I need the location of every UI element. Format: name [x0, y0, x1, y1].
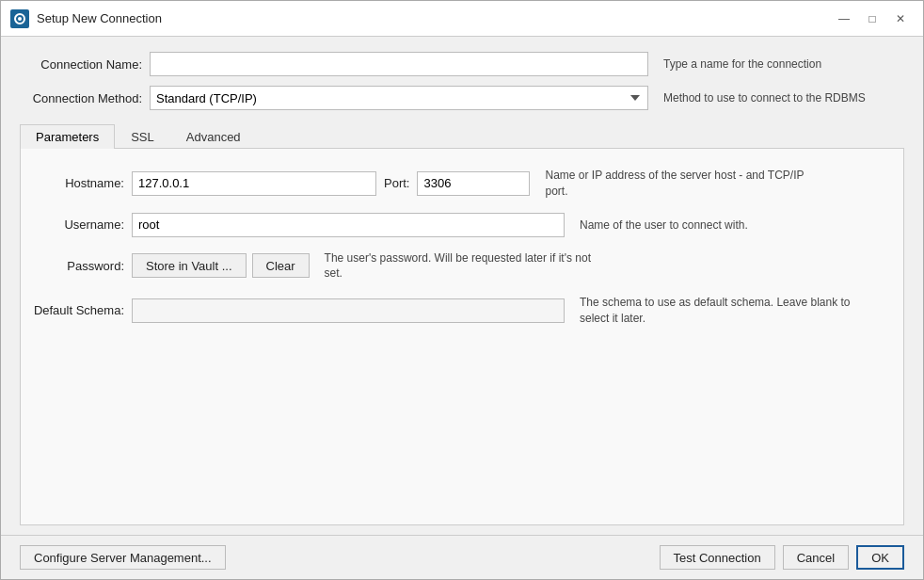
connection-name-hint: Type a name for the connection [663, 57, 821, 71]
hostname-hint: Name or IP address of the server host - … [545, 168, 827, 200]
connection-name-row: Connection Name: Type a name for the con… [20, 52, 904, 76]
username-row: Username: Name of the user to connect wi… [30, 213, 884, 237]
title-bar: Setup New Connection — □ ✕ [1, 1, 923, 37]
username-input[interactable] [132, 213, 565, 237]
connection-method-row: Connection Method: Standard (TCP/IP) Loc… [20, 86, 904, 110]
maximize-button[interactable]: □ [859, 8, 885, 29]
password-label: Password: [30, 259, 124, 273]
username-label: Username: [30, 218, 124, 232]
test-connection-button[interactable]: Test Connection [660, 545, 775, 570]
svg-point-2 [18, 17, 22, 21]
default-schema-hint: The schema to use as default schema. Lea… [580, 295, 862, 327]
ok-button[interactable]: OK [856, 545, 904, 570]
footer-right: Test Connection Cancel OK [660, 545, 905, 570]
dialog-body: Connection Name: Type a name for the con… [1, 37, 923, 535]
password-hint: The user's password. Will be requested l… [325, 250, 607, 282]
host-port-group: Port: [132, 171, 530, 196]
tab-advanced[interactable]: Advanced [170, 124, 257, 149]
hostname-label: Hostname: [30, 176, 124, 190]
dialog-title: Setup New Connection [37, 11, 831, 25]
password-controls: Store in Vault ... Clear [132, 253, 310, 278]
connection-method-select[interactable]: Standard (TCP/IP) Local Socket/Pipe Stan… [150, 86, 648, 110]
window-controls: — □ ✕ [831, 8, 914, 29]
dialog-footer: Configure Server Management... Test Conn… [1, 535, 923, 579]
default-schema-input[interactable] [132, 298, 565, 323]
minimize-button[interactable]: — [831, 8, 857, 29]
default-schema-label: Default Schema: [30, 303, 124, 317]
footer-left: Configure Server Management... [20, 545, 652, 570]
port-input[interactable] [417, 171, 530, 196]
tab-ssl[interactable]: SSL [115, 124, 170, 149]
connection-name-input[interactable] [150, 52, 648, 76]
username-hint: Name of the user to connect with. [580, 218, 748, 232]
tab-content-parameters: Hostname: Port: Name or IP address of th… [20, 149, 904, 525]
hostname-input[interactable] [132, 171, 376, 196]
configure-server-management-button[interactable]: Configure Server Management... [20, 545, 226, 570]
tab-parameters[interactable]: Parameters [20, 124, 115, 149]
dialog-window: Setup New Connection — □ ✕ Connection Na… [0, 0, 924, 580]
port-label: Port: [384, 176, 409, 190]
password-row: Password: Store in Vault ... Clear The u… [30, 250, 884, 282]
store-in-vault-button[interactable]: Store in Vault ... [132, 253, 247, 278]
connection-method-label: Connection Method: [20, 91, 142, 105]
connection-name-label: Connection Name: [20, 57, 142, 72]
cancel-button[interactable]: Cancel [783, 545, 849, 570]
clear-password-button[interactable]: Clear [252, 253, 310, 278]
hostname-row: Hostname: Port: Name or IP address of th… [30, 168, 884, 200]
connection-method-hint: Method to use to connect to the RDBMS [663, 91, 866, 105]
close-button[interactable]: ✕ [887, 8, 914, 29]
tab-bar: Parameters SSL Advanced [20, 123, 904, 149]
default-schema-row: Default Schema: The schema to use as def… [30, 295, 884, 327]
app-icon [10, 9, 29, 28]
